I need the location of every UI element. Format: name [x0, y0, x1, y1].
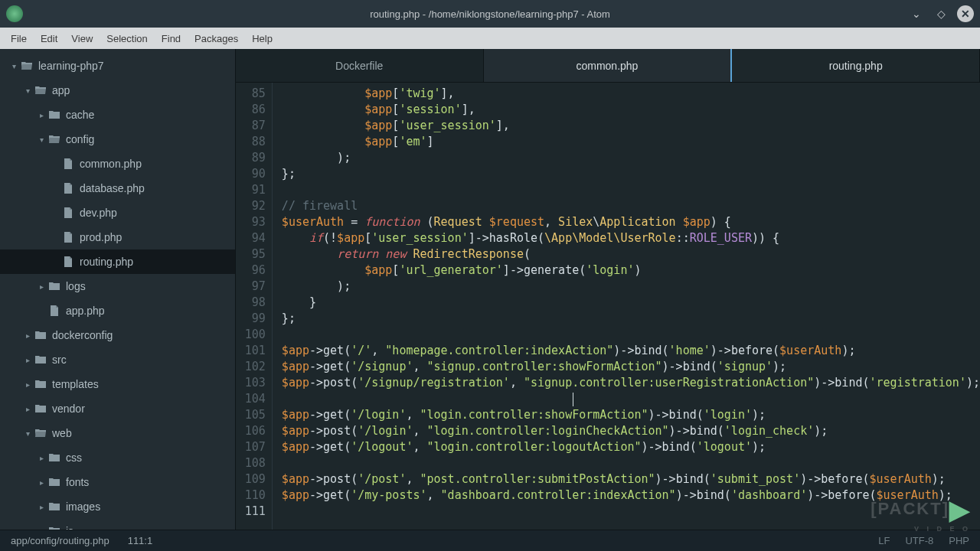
menu-file[interactable]: File: [5, 31, 33, 47]
code-line[interactable]: // firewall: [282, 198, 980, 214]
tab-common-php[interactable]: common.php: [484, 49, 733, 82]
code-line[interactable]: $app['user_session'],: [282, 118, 980, 134]
code-line[interactable]: $app['url_generator']->generate('login'): [282, 262, 980, 279]
tree-label: common.php: [80, 158, 142, 170]
tree-label: fonts: [66, 476, 89, 488]
tree-item-web[interactable]: ▾web: [0, 421, 235, 445]
line-number: 103: [236, 375, 266, 391]
app-logo-icon: [6, 5, 23, 22]
tree-item-dockerconfig[interactable]: ▸dockerconfig: [0, 323, 235, 347]
tree-item-database-php[interactable]: database.php: [0, 176, 235, 201]
tree-label: vendor: [52, 403, 85, 415]
tree-item-app[interactable]: ▾app: [0, 78, 235, 103]
folder-icon: [34, 378, 47, 390]
minimize-icon[interactable]: ⌄: [908, 5, 925, 22]
file-icon: [61, 207, 75, 219]
tree-item-src[interactable]: ▸src: [0, 347, 235, 372]
line-gutter: 8586878889909192939495969798991001011021…: [236, 83, 273, 530]
code-line[interactable]: };: [282, 166, 980, 182]
folder-icon: [34, 329, 47, 341]
menu-edit[interactable]: Edit: [34, 31, 64, 47]
code-line[interactable]: return new RedirectResponse(: [282, 246, 980, 262]
code-editor[interactable]: 8586878889909192939495969798991001011021…: [236, 83, 980, 530]
tree-item-dev-php[interactable]: dev.php: [0, 201, 235, 225]
tree-item-vendor[interactable]: ▸vendor: [0, 396, 235, 421]
tree-item-routing-php[interactable]: routing.php: [0, 249, 235, 274]
chevron-icon: ▾: [9, 62, 18, 70]
chevron-icon: ▸: [23, 405, 32, 413]
line-number: 107: [236, 439, 266, 455]
chevron-icon: ▸: [37, 527, 46, 530]
status-utf-8[interactable]: UTF-8: [905, 535, 933, 546]
code-line[interactable]: $userAuth = function (Request $request, …: [282, 214, 980, 230]
status-file-path: app/config/routing.php: [11, 535, 109, 546]
line-number: 105: [236, 407, 266, 423]
code-line[interactable]: $app->get('/logout', "login.controller:l…: [282, 439, 980, 455]
tree-label: templates: [52, 378, 99, 390]
tree-label: prod.php: [80, 231, 122, 243]
menu-find[interactable]: Find: [155, 31, 187, 47]
chevron-icon: ▸: [37, 478, 46, 487]
code-line[interactable]: );: [282, 279, 980, 295]
file-tree-sidebar[interactable]: ▾learning-php7▾app▸cache▾configcommon.ph…: [0, 49, 236, 530]
code-line[interactable]: $app->get('/login', "login.controller:sh…: [282, 407, 980, 423]
code-line[interactable]: [282, 504, 980, 520]
line-number: 101: [236, 343, 266, 359]
menu-packages[interactable]: Packages: [188, 31, 244, 47]
close-icon[interactable]: ✕: [957, 5, 974, 22]
line-number: 92: [236, 198, 266, 214]
tree-item-templates[interactable]: ▸templates: [0, 372, 235, 396]
code-line[interactable]: $app->post('/signup/registration', "sign…: [282, 375, 980, 391]
chevron-icon: ▸: [37, 111, 46, 119]
code-area[interactable]: $app['twig'], $app['session'], $app['use…: [273, 83, 980, 530]
status-lf[interactable]: LF: [878, 535, 890, 546]
code-line[interactable]: $app->get('/signup', "signup.controller:…: [282, 359, 980, 375]
maximize-icon[interactable]: ◇: [933, 5, 949, 22]
code-line[interactable]: $app->get('/', "homepage.controller:inde…: [282, 343, 980, 359]
status-cursor-position: 111:1: [128, 535, 153, 546]
code-line[interactable]: $app->post('/post', "post.controller:sub…: [282, 471, 980, 487]
line-number: 106: [236, 423, 266, 439]
menu-view[interactable]: View: [65, 31, 99, 47]
code-line[interactable]: [282, 455, 980, 471]
status-php[interactable]: PHP: [949, 535, 969, 546]
folder-open-icon: [47, 133, 61, 145]
code-line[interactable]: $app['twig'],: [282, 86, 980, 102]
window-title: routing.php - /home/niklongstone/learnin…: [370, 8, 610, 20]
code-line[interactable]: };: [282, 311, 980, 327]
tree-label: dockerconfig: [52, 329, 113, 341]
code-line[interactable]: if(!$app['user_session']->hasRole(\App\M…: [282, 230, 980, 246]
line-number: 108: [236, 455, 266, 471]
chevron-icon: ▸: [23, 356, 32, 364]
tree-item-prod-php[interactable]: prod.php: [0, 225, 235, 249]
line-number: 110: [236, 487, 266, 504]
tab-Dockerfile[interactable]: Dockerfile: [236, 49, 484, 82]
tab-routing-php[interactable]: routing.php: [732, 49, 980, 82]
code-line[interactable]: [282, 182, 980, 198]
tree-item-common-php[interactable]: common.php: [0, 152, 235, 176]
tree-item-css[interactable]: ▸css: [0, 445, 235, 470]
tree-item-app-php[interactable]: app.php: [0, 298, 235, 323]
code-line[interactable]: [282, 391, 980, 407]
tree-item-js[interactable]: ▸js: [0, 519, 235, 530]
menu-help[interactable]: Help: [246, 31, 279, 47]
tree-item-learning-php7[interactable]: ▾learning-php7: [0, 54, 235, 78]
code-line[interactable]: [282, 327, 980, 343]
code-line[interactable]: $app['session'],: [282, 102, 980, 118]
code-line[interactable]: $app->get('/my-posts', "dashboard.contro…: [282, 487, 980, 504]
tree-item-cache[interactable]: ▸cache: [0, 103, 235, 127]
tree-item-fonts[interactable]: ▸fonts: [0, 470, 235, 494]
tree-item-logs[interactable]: ▸logs: [0, 274, 235, 298]
menu-selection[interactable]: Selection: [100, 31, 153, 47]
titlebar: routing.php - /home/niklongstone/learnin…: [0, 0, 980, 28]
code-line[interactable]: $app['em']: [282, 134, 980, 150]
line-number: 85: [236, 86, 266, 102]
tree-label: learning-php7: [38, 60, 104, 72]
tree-item-config[interactable]: ▾config: [0, 127, 235, 152]
code-line[interactable]: $app->post('/login', "login.controller:l…: [282, 423, 980, 439]
statusbar: app/config/routing.php 111:1 LFUTF-8PHP: [0, 530, 980, 551]
code-line[interactable]: );: [282, 150, 980, 166]
code-line[interactable]: }: [282, 295, 980, 311]
tree-item-images[interactable]: ▸images: [0, 494, 235, 519]
folder-icon: [47, 109, 61, 121]
